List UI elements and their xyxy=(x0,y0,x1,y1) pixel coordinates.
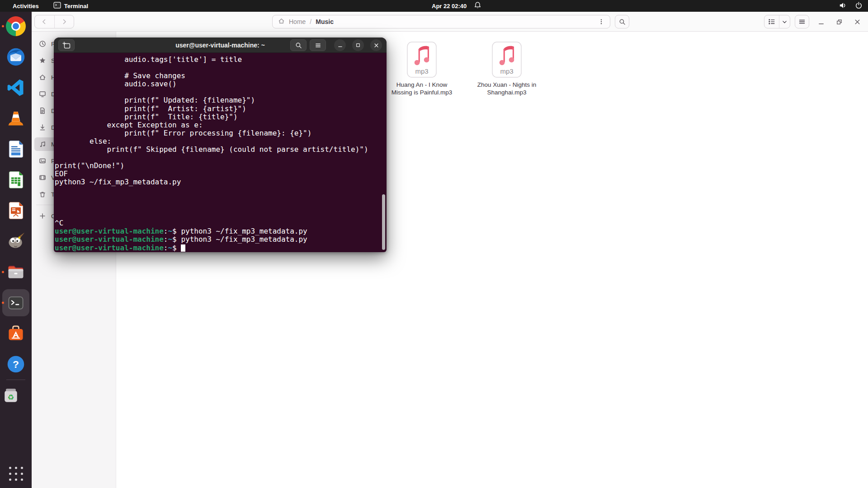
svg-text:mp3: mp3 xyxy=(415,67,428,75)
dock-item-google-chrome[interactable] xyxy=(5,15,27,37)
clock-label: Apr 22 02:40 xyxy=(432,3,467,9)
vlc-icon xyxy=(6,108,26,128)
top-bar-left: Activities Terminal xyxy=(13,2,88,10)
dock-item-trash[interactable]: ♻ xyxy=(0,385,22,406)
dock-item-help[interactable]: ? xyxy=(5,353,27,375)
app-menu-button[interactable]: Terminal xyxy=(53,2,88,10)
app-menu-label: Terminal xyxy=(64,3,88,9)
breadcrumb-current[interactable]: Music xyxy=(316,18,334,25)
terminal-maximize-button[interactable] xyxy=(352,39,364,51)
svg-text:mp3: mp3 xyxy=(500,67,513,75)
files-minimize-button[interactable] xyxy=(816,17,826,26)
file-name: Huang An - I Know Missing is Painful.mp3 xyxy=(387,81,456,97)
terminal-line: audio.save() xyxy=(55,80,384,88)
desktop-icon xyxy=(38,90,46,98)
breadcrumb-home[interactable]: Home xyxy=(289,18,306,25)
files-close-button[interactable] xyxy=(853,17,862,26)
terminal-scrollbar[interactable] xyxy=(382,194,385,250)
volume-icon xyxy=(839,1,847,11)
running-indicator xyxy=(2,302,4,304)
mp3-file-icon: mp3 xyxy=(407,42,437,78)
activities-button[interactable]: Activities xyxy=(13,3,39,9)
path-bar[interactable]: Home / Music xyxy=(272,15,610,28)
dock-item-vlc[interactable] xyxy=(5,108,27,129)
files-restore-button[interactable] xyxy=(835,17,844,26)
terminal-line: # Save changes xyxy=(55,71,384,80)
running-indicator xyxy=(2,271,4,273)
terminal-line xyxy=(55,88,384,96)
help-icon: ? xyxy=(6,354,26,374)
terminal-body[interactable]: audio.tags['title'] = title # Save chang… xyxy=(54,53,387,252)
mp3-file-icon: mp3 xyxy=(492,42,522,78)
libreoffice-impress-icon xyxy=(6,201,26,221)
dock-item-libreoffice-writer[interactable] xyxy=(5,138,27,160)
desktop: Activities Terminal Apr 22 02:40 ? ♻ xyxy=(0,0,868,488)
pictures-icon xyxy=(38,157,46,165)
terminal-cursor xyxy=(181,244,185,252)
terminal-line xyxy=(55,186,384,194)
dock-item-libreoffice-impress[interactable] xyxy=(5,200,27,221)
terminal-line: print(f" Skipped {filename} (could not p… xyxy=(55,145,384,153)
home-icon xyxy=(278,18,285,26)
dock-item-gimp[interactable] xyxy=(5,230,27,252)
dock-spacer xyxy=(0,406,32,467)
terminal-output: audio.tags['title'] = title # Save chang… xyxy=(54,53,387,252)
terminal-line: user@user-virtual-machine:~$ python3 ~/f… xyxy=(55,235,384,243)
power-icon xyxy=(855,1,863,10)
documents-icon xyxy=(38,107,46,115)
list-view-button[interactable] xyxy=(764,15,779,28)
terminal-close-button[interactable] xyxy=(370,39,382,51)
dock-item-libreoffice-calc[interactable] xyxy=(5,169,27,191)
dock-item-terminal[interactable] xyxy=(5,292,27,314)
back-button[interactable] xyxy=(35,15,54,28)
files-icon xyxy=(6,262,26,282)
view-options-dropdown[interactable] xyxy=(779,15,790,28)
terminal-window: user@user-virtual-machine: ~ audio.tags[… xyxy=(54,38,387,252)
terminal-search-button[interactable] xyxy=(290,39,307,51)
search-button[interactable] xyxy=(615,15,629,28)
gimp-icon xyxy=(6,231,26,251)
ubuntu-software-icon xyxy=(6,324,26,343)
terminal-minimize-button[interactable] xyxy=(334,39,346,51)
recent-icon xyxy=(38,40,46,48)
dock-item-ubuntu-software[interactable] xyxy=(5,323,27,344)
forward-button[interactable] xyxy=(54,15,74,28)
file-name: Zhou Xuan - Nights in Shanghai.mp3 xyxy=(472,81,541,97)
breadcrumb: Home / Music xyxy=(278,18,334,26)
dock: ? ♻ xyxy=(0,12,32,488)
new-tab-button[interactable] xyxy=(58,39,75,51)
clock-button[interactable]: Apr 22 02:40 xyxy=(432,0,481,12)
terminal-line: ^C xyxy=(55,219,384,227)
svg-text:?: ? xyxy=(13,358,19,370)
running-indicator xyxy=(2,25,4,28)
google-chrome-icon xyxy=(6,16,26,36)
terminal-line: except Exception as e: xyxy=(55,121,384,129)
dock-item-thunderbird[interactable] xyxy=(5,46,27,68)
system-menu-button[interactable] xyxy=(839,0,863,12)
libreoffice-calc-icon xyxy=(6,170,26,190)
file-item[interactable]: mp3Zhou Xuan - Nights in Shanghai.mp3 xyxy=(472,42,541,97)
terminal-line xyxy=(55,194,384,202)
terminal-line xyxy=(55,211,384,219)
show-applications-button[interactable] xyxy=(9,467,23,481)
view-toggle xyxy=(764,15,790,28)
breadcrumb-separator: / xyxy=(310,18,311,25)
file-item[interactable]: mp3Huang An - I Know Missing is Painful.… xyxy=(387,42,456,97)
trash-icon xyxy=(38,191,46,198)
libreoffice-writer-icon xyxy=(6,139,26,159)
terminal-line: print("\nDone!") xyxy=(55,161,384,169)
terminal-icon xyxy=(6,293,26,313)
hamburger-menu-button[interactable] xyxy=(795,15,809,28)
home-icon xyxy=(38,74,46,81)
terminal-titlebar[interactable]: user@user-virtual-machine: ~ xyxy=(54,38,387,53)
terminal-line: EOF xyxy=(55,169,384,178)
path-options-button[interactable] xyxy=(596,17,606,27)
videos-icon xyxy=(38,174,46,182)
terminal-line: audio.tags['title'] = title xyxy=(55,55,384,63)
notification-bell-icon xyxy=(474,1,481,10)
dock-item-vscode[interactable] xyxy=(5,77,27,99)
terminal-menu-button[interactable] xyxy=(310,39,326,51)
dock-item-files[interactable] xyxy=(5,261,27,283)
terminal-line: print(f" Updated: {filename}") xyxy=(55,96,384,104)
terminal-line xyxy=(55,63,384,71)
